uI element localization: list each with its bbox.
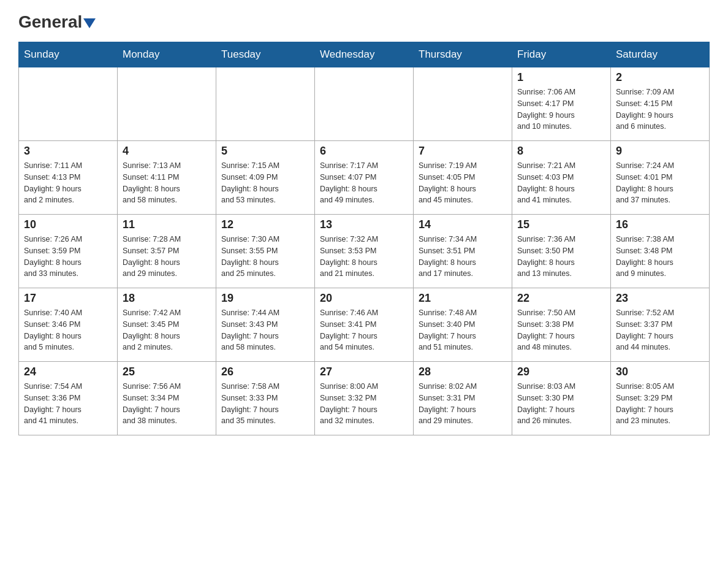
day-info: Sunrise: 7:58 AMSunset: 3:33 PMDaylight:… <box>221 381 309 427</box>
day-number: 6 <box>320 145 408 158</box>
calendar-day-cell: 24Sunrise: 7:54 AMSunset: 3:36 PMDayligh… <box>19 362 118 435</box>
calendar-day-cell: 20Sunrise: 7:46 AMSunset: 3:41 PMDayligh… <box>315 288 414 362</box>
day-info: Sunrise: 7:09 AMSunset: 4:15 PMDaylight:… <box>616 86 704 132</box>
day-number: 11 <box>123 218 211 231</box>
calendar-day-cell: 13Sunrise: 7:32 AMSunset: 3:53 PMDayligh… <box>315 215 414 288</box>
calendar-day-cell: 21Sunrise: 7:48 AMSunset: 3:40 PMDayligh… <box>414 288 512 362</box>
day-number: 12 <box>221 218 309 231</box>
day-info: Sunrise: 7:26 AMSunset: 3:59 PMDaylight:… <box>24 234 112 280</box>
calendar-day-cell: 11Sunrise: 7:28 AMSunset: 3:57 PMDayligh… <box>118 215 216 288</box>
calendar-day-cell: 15Sunrise: 7:36 AMSunset: 3:50 PMDayligh… <box>512 215 611 288</box>
day-info: Sunrise: 7:19 AMSunset: 4:05 PMDaylight:… <box>419 160 507 206</box>
day-number: 19 <box>221 292 309 305</box>
day-info: Sunrise: 7:06 AMSunset: 4:17 PMDaylight:… <box>517 86 605 132</box>
day-info: Sunrise: 7:17 AMSunset: 4:07 PMDaylight:… <box>320 160 408 206</box>
logo-general-text: General <box>18 12 96 32</box>
day-number: 8 <box>517 145 605 158</box>
calendar-week-row: 3Sunrise: 7:11 AMSunset: 4:13 PMDaylight… <box>19 141 710 215</box>
day-number: 13 <box>320 218 408 231</box>
calendar-day-cell: 29Sunrise: 8:03 AMSunset: 3:30 PMDayligh… <box>512 362 611 435</box>
calendar-day-cell: 4Sunrise: 7:13 AMSunset: 4:11 PMDaylight… <box>118 141 216 215</box>
day-number: 16 <box>616 218 704 231</box>
weekday-header-wednesday: Wednesday <box>315 42 414 67</box>
calendar-day-cell: 10Sunrise: 7:26 AMSunset: 3:59 PMDayligh… <box>19 215 118 288</box>
day-info: Sunrise: 7:52 AMSunset: 3:37 PMDaylight:… <box>616 307 704 353</box>
day-info: Sunrise: 7:50 AMSunset: 3:38 PMDaylight:… <box>517 307 605 353</box>
day-info: Sunrise: 7:46 AMSunset: 3:41 PMDaylight:… <box>320 307 408 353</box>
calendar-day-cell: 23Sunrise: 7:52 AMSunset: 3:37 PMDayligh… <box>611 288 710 362</box>
day-info: Sunrise: 7:40 AMSunset: 3:46 PMDaylight:… <box>24 307 112 353</box>
day-info: Sunrise: 7:21 AMSunset: 4:03 PMDaylight:… <box>517 160 605 206</box>
day-number: 24 <box>24 366 112 378</box>
day-number: 30 <box>616 366 704 378</box>
day-info: Sunrise: 7:11 AMSunset: 4:13 PMDaylight:… <box>24 160 112 206</box>
logo: General <box>18 12 96 29</box>
day-info: Sunrise: 7:32 AMSunset: 3:53 PMDaylight:… <box>320 234 408 280</box>
day-number: 28 <box>419 366 507 378</box>
day-number: 25 <box>123 366 211 378</box>
calendar-day-cell <box>414 67 512 141</box>
day-info: Sunrise: 7:28 AMSunset: 3:57 PMDaylight:… <box>123 234 211 280</box>
day-number: 10 <box>24 218 112 231</box>
day-info: Sunrise: 8:00 AMSunset: 3:32 PMDaylight:… <box>320 381 408 427</box>
calendar-day-cell: 8Sunrise: 7:21 AMSunset: 4:03 PMDaylight… <box>512 141 611 215</box>
day-number: 27 <box>320 366 408 378</box>
calendar-day-cell: 16Sunrise: 7:38 AMSunset: 3:48 PMDayligh… <box>611 215 710 288</box>
day-number: 22 <box>517 292 605 305</box>
calendar-day-cell: 5Sunrise: 7:15 AMSunset: 4:09 PMDaylight… <box>216 141 315 215</box>
calendar-day-cell: 6Sunrise: 7:17 AMSunset: 4:07 PMDaylight… <box>315 141 414 215</box>
calendar-week-row: 24Sunrise: 7:54 AMSunset: 3:36 PMDayligh… <box>19 362 710 435</box>
day-info: Sunrise: 8:02 AMSunset: 3:31 PMDaylight:… <box>419 381 507 427</box>
day-number: 17 <box>24 292 112 305</box>
calendar-day-cell: 19Sunrise: 7:44 AMSunset: 3:43 PMDayligh… <box>216 288 315 362</box>
calendar-day-cell: 14Sunrise: 7:34 AMSunset: 3:51 PMDayligh… <box>414 215 512 288</box>
calendar-day-cell: 2Sunrise: 7:09 AMSunset: 4:15 PMDaylight… <box>611 67 710 141</box>
day-info: Sunrise: 7:30 AMSunset: 3:55 PMDaylight:… <box>221 234 309 280</box>
day-number: 26 <box>221 366 309 378</box>
calendar-day-cell: 7Sunrise: 7:19 AMSunset: 4:05 PMDaylight… <box>414 141 512 215</box>
calendar-day-cell: 25Sunrise: 7:56 AMSunset: 3:34 PMDayligh… <box>118 362 216 435</box>
day-info: Sunrise: 8:05 AMSunset: 3:29 PMDaylight:… <box>616 381 704 427</box>
calendar-day-cell: 22Sunrise: 7:50 AMSunset: 3:38 PMDayligh… <box>512 288 611 362</box>
day-info: Sunrise: 7:54 AMSunset: 3:36 PMDaylight:… <box>24 381 112 427</box>
day-number: 20 <box>320 292 408 305</box>
day-number: 5 <box>221 145 309 158</box>
calendar-day-cell: 17Sunrise: 7:40 AMSunset: 3:46 PMDayligh… <box>19 288 118 362</box>
day-info: Sunrise: 7:15 AMSunset: 4:09 PMDaylight:… <box>221 160 309 206</box>
day-info: Sunrise: 7:34 AMSunset: 3:51 PMDaylight:… <box>419 234 507 280</box>
day-info: Sunrise: 7:48 AMSunset: 3:40 PMDaylight:… <box>419 307 507 353</box>
calendar-week-row: 17Sunrise: 7:40 AMSunset: 3:46 PMDayligh… <box>19 288 710 362</box>
calendar-day-cell: 1Sunrise: 7:06 AMSunset: 4:17 PMDaylight… <box>512 67 611 141</box>
weekday-header-friday: Friday <box>512 42 611 67</box>
day-info: Sunrise: 7:13 AMSunset: 4:11 PMDaylight:… <box>123 160 211 206</box>
weekday-header-thursday: Thursday <box>414 42 512 67</box>
calendar-day-cell: 28Sunrise: 8:02 AMSunset: 3:31 PMDayligh… <box>414 362 512 435</box>
weekday-header-monday: Monday <box>118 42 216 67</box>
day-number: 3 <box>24 145 112 158</box>
day-info: Sunrise: 7:42 AMSunset: 3:45 PMDaylight:… <box>123 307 211 353</box>
calendar-day-cell <box>19 67 118 141</box>
calendar-day-cell: 3Sunrise: 7:11 AMSunset: 4:13 PMDaylight… <box>19 141 118 215</box>
logo-triangle-icon <box>83 18 96 28</box>
calendar-day-cell <box>118 67 216 141</box>
calendar-day-cell: 18Sunrise: 7:42 AMSunset: 3:45 PMDayligh… <box>118 288 216 362</box>
day-number: 23 <box>616 292 704 305</box>
calendar-table: SundayMondayTuesdayWednesdayThursdayFrid… <box>18 42 710 435</box>
day-number: 7 <box>419 145 507 158</box>
day-number: 1 <box>517 71 605 84</box>
day-number: 21 <box>419 292 507 305</box>
day-info: Sunrise: 7:24 AMSunset: 4:01 PMDaylight:… <box>616 160 704 206</box>
day-number: 14 <box>419 218 507 231</box>
day-number: 29 <box>517 366 605 378</box>
weekday-header-saturday: Saturday <box>611 42 710 67</box>
calendar-week-row: 10Sunrise: 7:26 AMSunset: 3:59 PMDayligh… <box>19 215 710 288</box>
day-info: Sunrise: 8:03 AMSunset: 3:30 PMDaylight:… <box>517 381 605 427</box>
calendar-week-row: 1Sunrise: 7:06 AMSunset: 4:17 PMDaylight… <box>19 67 710 141</box>
weekday-header-row: SundayMondayTuesdayWednesdayThursdayFrid… <box>19 42 710 67</box>
calendar-day-cell <box>216 67 315 141</box>
day-info: Sunrise: 7:44 AMSunset: 3:43 PMDaylight:… <box>221 307 309 353</box>
calendar-day-cell: 9Sunrise: 7:24 AMSunset: 4:01 PMDaylight… <box>611 141 710 215</box>
weekday-header-sunday: Sunday <box>19 42 118 67</box>
calendar-day-cell <box>315 67 414 141</box>
day-number: 15 <box>517 218 605 231</box>
